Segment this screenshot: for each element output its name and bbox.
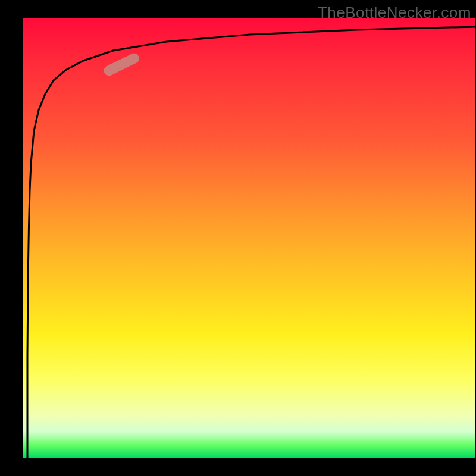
- attribution-text: TheBottleNecker.com: [318, 4, 471, 22]
- plot-area: [23, 18, 475, 458]
- stage: TheBottleNecker.com: [0, 0, 476, 476]
